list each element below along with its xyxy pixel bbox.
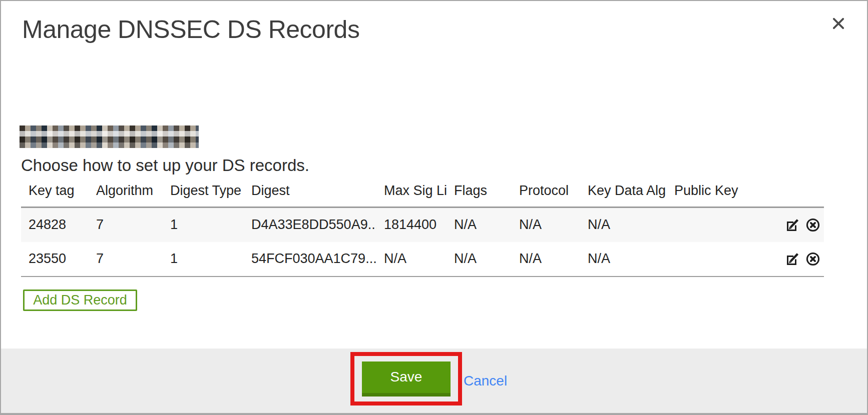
cancel-link[interactable]: Cancel <box>464 373 507 389</box>
cell-digest: D4A33E8DD550A9... <box>244 208 376 242</box>
delete-record-button[interactable] <box>805 217 821 233</box>
column-header-public-key: Public Key <box>667 183 782 208</box>
add-ds-record-button[interactable]: Add DS Record <box>23 290 137 311</box>
edit-record-button[interactable] <box>785 251 801 267</box>
cell-public-key <box>667 208 782 242</box>
cell-digest-type: 1 <box>163 242 244 276</box>
column-header-key-tag: Key tag <box>21 183 89 208</box>
column-header-protocol: Protocol <box>512 183 580 208</box>
domain-name-redacted <box>20 126 199 148</box>
cell-protocol: N/A <box>512 208 580 242</box>
dialog-title: Manage DNSSEC DS Records <box>22 15 359 44</box>
column-header-max-sig-life: Max Sig Life <box>376 183 447 208</box>
column-header-digest: Digest <box>244 183 376 208</box>
cell-digest-type: 1 <box>163 208 244 242</box>
cell-flags: N/A <box>447 208 512 242</box>
column-header-digest-type: Digest Type <box>163 183 244 208</box>
table-row: 23550 7 1 54FCF030AA1C79... N/A N/A N/A … <box>21 242 824 276</box>
column-header-actions <box>782 183 824 208</box>
cell-key-tag: 24828 <box>21 208 89 242</box>
cell-actions <box>782 208 824 242</box>
delete-record-button[interactable] <box>805 251 821 267</box>
instruction-text: Choose how to set up your DS records. <box>21 156 309 175</box>
table-row: 24828 7 1 D4A33E8DD550A9... 1814400 N/A … <box>21 208 824 242</box>
cell-actions <box>782 242 824 276</box>
column-header-algorithm: Algorithm <box>89 183 163 208</box>
cell-digest: 54FCF030AA1C79... <box>244 242 376 276</box>
column-header-flags: Flags <box>447 183 512 208</box>
annotation-highlight-box: Save <box>350 352 462 406</box>
ds-records-table: Key tag Algorithm Digest Type Digest Max… <box>21 183 824 277</box>
edit-icon <box>785 218 800 232</box>
column-header-key-data-alg: Key Data Alg <box>580 183 667 208</box>
dialog-footer: Save Cancel <box>1 348 867 413</box>
save-button[interactable]: Save <box>362 362 451 396</box>
cell-public-key <box>667 242 782 276</box>
cell-max-sig-life: N/A <box>376 242 447 276</box>
table-header-row: Key tag Algorithm Digest Type Digest Max… <box>21 183 824 208</box>
manage-dnssec-dialog: Manage DNSSEC DS Records Choose how to s… <box>0 0 868 415</box>
cell-algorithm: 7 <box>89 242 163 276</box>
cell-key-data-alg: N/A <box>580 208 667 242</box>
edit-record-button[interactable] <box>785 217 801 233</box>
close-icon <box>831 16 845 30</box>
edit-icon <box>785 252 800 266</box>
delete-icon <box>805 252 820 266</box>
cell-protocol: N/A <box>512 242 580 276</box>
cell-max-sig-life: 1814400 <box>376 208 447 242</box>
cell-key-tag: 23550 <box>21 242 89 276</box>
cell-algorithm: 7 <box>89 208 163 242</box>
cell-flags: N/A <box>447 242 512 276</box>
close-button[interactable] <box>830 15 847 32</box>
cell-key-data-alg: N/A <box>580 242 667 276</box>
delete-icon <box>805 218 820 232</box>
